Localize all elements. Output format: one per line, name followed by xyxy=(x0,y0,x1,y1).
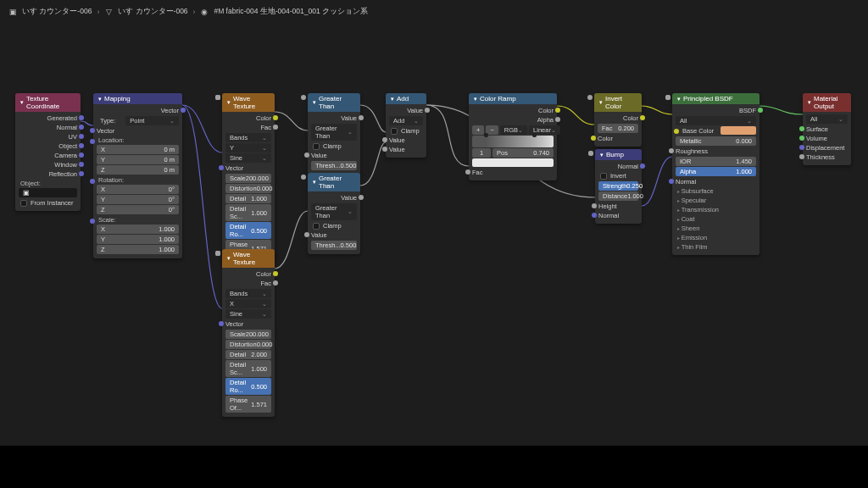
node-add[interactable]: ▾Add Value Add Clamp Value Value xyxy=(386,93,426,158)
checkbox[interactable] xyxy=(391,128,398,135)
collapse-icon[interactable]: ▾ xyxy=(227,255,231,262)
group-coat[interactable]: Coat xyxy=(672,214,760,224)
scale-z-field[interactable]: Z1.000 xyxy=(97,245,179,254)
ramp-mode-dropdown[interactable]: RGB xyxy=(500,125,527,135)
node-header[interactable]: ▾Mapping xyxy=(93,93,182,104)
rot-z-field[interactable]: Z0° xyxy=(97,205,179,214)
breadcrumb-item-3[interactable]: #M fabric-004 生地-004-001_001 クッション系 xyxy=(214,7,368,17)
strength-field[interactable]: Strength0.250 xyxy=(598,181,638,191)
rot-x-field[interactable]: X0° xyxy=(97,185,179,194)
node-texture-coordinate[interactable]: ▾Texture Coordinate Generated Normal UV … xyxy=(15,93,81,211)
collapse-icon[interactable]: ▾ xyxy=(391,96,394,103)
ramp-gradient[interactable] xyxy=(472,136,554,147)
collapse-icon[interactable]: ▾ xyxy=(677,96,681,103)
group-specular[interactable]: Specular xyxy=(672,196,760,205)
detail-roughness-field[interactable]: Detail Ro...0.500 xyxy=(225,378,271,395)
collapse-icon[interactable]: ▾ xyxy=(474,96,477,103)
alpha-field[interactable]: Alpha1.000 xyxy=(676,167,756,176)
node-canvas[interactable]: ▾Texture Coordinate Generated Normal UV … xyxy=(0,24,868,488)
profile-dropdown[interactable]: Sine xyxy=(225,309,271,319)
collapse-icon[interactable]: ▾ xyxy=(600,152,604,158)
node-header[interactable]: ▾Texture Coordinate xyxy=(15,93,81,112)
node-greater-than-1[interactable]: ▾Greater Than Value Greater Than Clamp V… xyxy=(308,93,360,175)
scale-field[interactable]: Scale200.000 xyxy=(225,174,271,183)
loc-x-field[interactable]: X0 m xyxy=(97,145,179,154)
scale-field[interactable]: Scale200.000 xyxy=(225,330,271,339)
node-material-output[interactable]: ▾Material Output All Surface Volume Disp… xyxy=(803,93,851,165)
rot-y-field[interactable]: Y0° xyxy=(97,195,179,204)
collapse-icon[interactable]: ▾ xyxy=(599,99,603,106)
fac-field[interactable]: Fac0.200 xyxy=(598,124,638,133)
op-dropdown[interactable]: Greater Than xyxy=(311,124,357,141)
metallic-field[interactable]: Metallic0.000 xyxy=(676,136,756,146)
detail-scale-field[interactable]: Detail Sc...1.000 xyxy=(225,360,271,377)
object-picker[interactable]: ▣ xyxy=(19,188,77,197)
threshold-field[interactable]: Thresh...0.500 xyxy=(311,241,357,250)
loc-z-field[interactable]: Z0 m xyxy=(97,165,179,175)
node-principled-bsdf[interactable]: ▾Principled BSDF BSDF All Base Color Met… xyxy=(672,93,760,255)
group-emission[interactable]: Emission xyxy=(672,233,760,242)
detail-roughness-field[interactable]: Detail Ro...0.500 xyxy=(225,222,271,239)
phase-field[interactable]: Phase Of...1.571 xyxy=(225,396,271,413)
group-transmission[interactable]: Transmission xyxy=(672,205,760,214)
node-header[interactable]: ▾Color Ramp xyxy=(469,93,557,104)
distortion-field[interactable]: Distortion0.000 xyxy=(225,184,271,193)
node-color-ramp[interactable]: ▾Color Ramp Color Alpha + − RGB Linear 1… xyxy=(469,93,557,180)
group-thinfilm[interactable]: Thin Film xyxy=(672,242,760,252)
bands-dropdown[interactable]: Bands xyxy=(225,289,271,298)
node-wave-texture-2[interactable]: ▾Wave Texture Color Fac Bands X Sine Vec… xyxy=(222,249,275,417)
breadcrumb-item-2[interactable]: いす カウンター-006 xyxy=(118,7,187,17)
target-dropdown[interactable]: All xyxy=(806,114,848,124)
ramp-stop[interactable] xyxy=(484,133,488,137)
scale-y-field[interactable]: Y1.000 xyxy=(97,235,179,244)
checkbox[interactable] xyxy=(313,223,320,230)
ramp-index-field[interactable]: 1 xyxy=(472,148,491,158)
node-header[interactable]: ▾Greater Than xyxy=(308,93,360,112)
collapse-icon[interactable]: ▾ xyxy=(227,99,231,106)
node-invert-color[interactable]: ▾Invert Color Color Fac0.200 Color xyxy=(594,93,642,147)
distortion-field[interactable]: Distortion0.000 xyxy=(225,340,271,349)
node-header[interactable]: ▾Invert Color xyxy=(594,93,642,112)
node-greater-than-2[interactable]: ▾Greater Than Value Greater Than Clamp V… xyxy=(308,173,360,254)
group-sheen[interactable]: Sheen xyxy=(672,224,760,233)
group-subsurface[interactable]: Subsurface xyxy=(672,186,760,196)
node-header[interactable]: ▾Wave Texture xyxy=(222,249,275,268)
ramp-add-button[interactable]: + xyxy=(472,125,484,135)
bands-dropdown[interactable]: Bands xyxy=(225,133,271,142)
distribution-dropdown[interactable]: All xyxy=(676,116,756,125)
op-dropdown[interactable]: Add xyxy=(389,116,423,125)
threshold-field[interactable]: Thresh...0.500 xyxy=(311,161,357,170)
detail-field[interactable]: Detail1.000 xyxy=(225,194,271,203)
node-wave-texture-1[interactable]: ▾Wave Texture Color Fac Bands Y Sine Vec… xyxy=(222,93,275,261)
node-bump[interactable]: ▾Bump Normal Invert Strength0.250 Distan… xyxy=(595,149,642,224)
collapse-icon[interactable]: ▾ xyxy=(98,96,102,103)
collapse-icon[interactable]: ▾ xyxy=(808,99,811,106)
node-header[interactable]: ▾Wave Texture xyxy=(222,93,275,112)
type-dropdown[interactable]: Point xyxy=(125,116,179,125)
profile-dropdown[interactable]: Sine xyxy=(225,153,271,163)
collapse-icon[interactable]: ▾ xyxy=(313,179,316,186)
detail-scale-field[interactable]: Detail Sc...1.000 xyxy=(225,204,271,221)
node-header[interactable]: ▾Material Output xyxy=(803,93,851,112)
ramp-color-swatch[interactable] xyxy=(472,158,554,167)
ior-field[interactable]: IOR1.450 xyxy=(676,157,756,166)
ramp-stop[interactable] xyxy=(532,133,537,137)
collapse-icon[interactable]: ▾ xyxy=(313,99,316,106)
dir-dropdown[interactable]: Y xyxy=(225,143,271,152)
collapse-icon[interactable]: ▾ xyxy=(20,99,24,106)
loc-y-field[interactable]: Y0 m xyxy=(97,155,179,164)
ramp-pos-field[interactable]: Pos0.740 xyxy=(492,148,554,158)
checkbox[interactable] xyxy=(20,200,27,207)
detail-field[interactable]: Detail2.000 xyxy=(225,350,271,359)
distance-field[interactable]: Distance1.000 xyxy=(598,191,638,201)
basecolor-swatch[interactable] xyxy=(721,126,757,135)
breadcrumb-item-1[interactable]: いす カウンター-006 xyxy=(22,7,92,17)
node-header[interactable]: ▾Add xyxy=(386,93,426,104)
dir-dropdown[interactable]: X xyxy=(225,299,271,308)
node-header[interactable]: ▾Greater Than xyxy=(308,173,360,191)
checkbox[interactable] xyxy=(600,173,607,180)
node-header[interactable]: ▾Principled BSDF xyxy=(672,93,760,104)
node-header[interactable]: ▾Bump xyxy=(595,149,642,160)
scale-x-field[interactable]: X1.000 xyxy=(97,225,179,234)
checkbox[interactable] xyxy=(313,143,320,150)
